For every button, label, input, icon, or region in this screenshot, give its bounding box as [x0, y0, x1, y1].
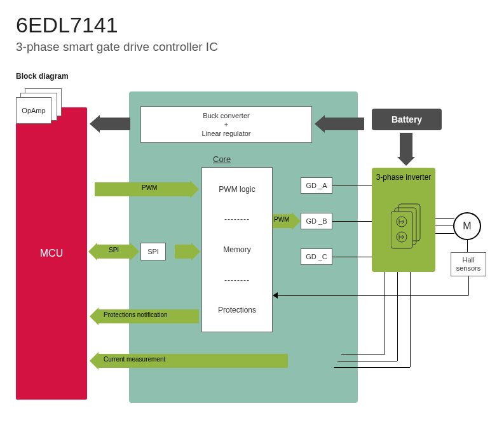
wire — [332, 221, 372, 222]
buck-line2: + — [224, 120, 228, 129]
wire — [435, 233, 454, 234]
wire — [334, 367, 410, 368]
spi-block: SPI — [140, 243, 166, 260]
battery-block: Battery — [372, 109, 442, 130]
label-spi-bus: SPI — [109, 246, 119, 253]
arrow-battery-to-inverter — [400, 133, 412, 157]
wire — [467, 240, 468, 252]
wire — [468, 276, 469, 295]
label-protections-notif: Protections notification — [104, 311, 168, 318]
wire — [385, 272, 385, 354]
inverter-label: 3-phase inverter — [376, 173, 432, 182]
buck-line1: Buck converter — [203, 111, 249, 120]
buck-line3: Linear regulator — [201, 129, 250, 138]
wire — [410, 272, 411, 367]
wire — [278, 295, 468, 296]
label-pwm-in: PWM — [142, 184, 157, 191]
gd-a-block: GD _A — [301, 177, 332, 194]
opamp-block: OpAmp — [16, 97, 51, 124]
page-subtitle: 3-phase smart gate drive controller IC — [16, 40, 488, 54]
arrow-battery-to-ic — [325, 118, 364, 130]
svg-rect-2 — [391, 212, 412, 248]
wire — [435, 226, 453, 226]
arrow-buck-to-mcu — [100, 118, 130, 130]
mcu-block: MCU — [16, 107, 87, 400]
core-protections: Protections — [218, 306, 256, 314]
motor-block: M — [453, 212, 481, 240]
divider: -------- — [224, 215, 250, 224]
wire — [337, 361, 397, 361]
divider: -------- — [224, 276, 250, 285]
transistor-stack-icon — [391, 201, 424, 252]
core-pwm-logic: PWM logic — [219, 185, 255, 194]
wire — [341, 354, 385, 355]
wire — [332, 257, 372, 257]
block-diagram: MCU 6EDL7141 Buck converter + Linear reg… — [16, 88, 486, 406]
buck-converter-block: Buck converter + Linear regulator — [140, 106, 312, 143]
wire — [332, 186, 372, 186]
gd-c-block: GD _C — [301, 248, 332, 265]
wire — [397, 272, 398, 361]
arrowhead-icon — [273, 292, 278, 299]
arrow-spi-to-core — [175, 245, 191, 259]
label-current-meas: Current measurement — [104, 356, 165, 363]
core-memory: Memory — [223, 245, 250, 254]
gd-b-block: GD _B — [301, 213, 332, 229]
hall-sensors-block: Hall sensors — [451, 252, 486, 276]
wire — [435, 218, 454, 219]
opamp-stack: OpAmp — [16, 88, 62, 125]
page-title: 6EDL7141 — [16, 13, 488, 37]
label-pwm-out: PWM — [274, 216, 289, 223]
core-label: Core — [213, 154, 231, 164]
core-block: PWM logic -------- Memory -------- Prote… — [201, 167, 273, 332]
section-label: Block diagram — [16, 72, 488, 81]
